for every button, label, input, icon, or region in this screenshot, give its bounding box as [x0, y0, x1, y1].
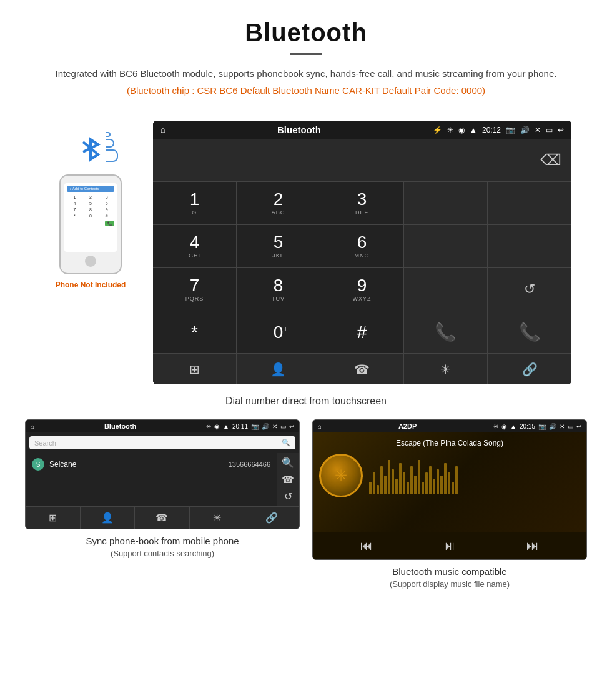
screen-icon[interactable]: ▭: [546, 126, 553, 134]
phone-screen: + Add to Contacts 1 2 3 4 5 6 7 8 9 * 0 …: [64, 183, 117, 252]
viz-bar: [377, 485, 379, 494]
pb-home-icon[interactable]: ⌂: [31, 423, 34, 430]
title-divider: [290, 53, 322, 55]
pb-nav-dialpad[interactable]: ⊞: [26, 507, 81, 529]
status-right: ⚡ ✳ ◉ ▲ 20:12 📷 🔊 ✕ ▭ ↩: [433, 126, 564, 134]
prev-button[interactable]: ⏮: [360, 539, 373, 553]
phone-call-row: 📞: [67, 221, 114, 226]
dial-6: 6: [99, 201, 114, 206]
pb-contact-letter: S: [32, 458, 44, 471]
pb-volume-icon[interactable]: 🔊: [262, 423, 269, 430]
nav-contacts[interactable]: 👤: [237, 354, 320, 384]
pb-status-title: Bluetooth: [104, 422, 136, 430]
dial-key-hash[interactable]: #: [320, 311, 404, 354]
dial-empty-r2c5: [488, 225, 571, 268]
dial-key-6[interactable]: 6MNO: [320, 225, 404, 268]
dial-empty-r1c5: [488, 182, 571, 225]
bluetooth-icon: [77, 133, 104, 166]
wave-medium: [106, 139, 114, 148]
pb-status-right: ✳ ◉ ▲ 20:11 📷 🔊 ✕ ▭ ↩: [206, 423, 294, 430]
music-volume-icon[interactable]: 🔊: [549, 423, 556, 430]
pb-search-right-icon[interactable]: 🔍: [282, 457, 294, 469]
phone-home-button: [85, 256, 96, 267]
dial-7: 7: [67, 207, 82, 212]
dial-star: *: [67, 213, 82, 219]
music-screen-body: Escape (The Pina Colada Song) ✳: [313, 432, 586, 532]
bt-wrapper: [77, 133, 104, 168]
viz-bar: [425, 472, 428, 494]
viz-bar: [384, 476, 387, 494]
wave-small: [106, 132, 111, 137]
pb-screen-icon[interactable]: ▭: [280, 423, 286, 430]
home-icon[interactable]: ⌂: [160, 125, 165, 134]
music-camera-icon[interactable]: 📷: [538, 423, 546, 430]
dial-call-green-cell[interactable]: 📞: [404, 311, 488, 354]
signal-icon: ▲: [470, 126, 477, 134]
music-home-icon[interactable]: ⌂: [318, 423, 322, 430]
dial-5: 5: [83, 201, 99, 206]
music-bt-icon: ✳: [493, 423, 498, 430]
close-icon[interactable]: ✕: [535, 126, 541, 134]
status-title: Bluetooth: [277, 124, 321, 135]
pb-contact-info: S Seicane: [32, 458, 76, 471]
music-caption-sub: (Support display music file name): [390, 579, 510, 589]
volume-icon[interactable]: 🔊: [520, 126, 530, 134]
music-close-icon[interactable]: ✕: [560, 423, 565, 430]
pb-reload-right-icon[interactable]: ↺: [284, 491, 292, 502]
music-screen-icon[interactable]: ▭: [568, 423, 573, 430]
pb-signal-icon: ▲: [223, 423, 229, 430]
next-button[interactable]: ⏭: [526, 539, 539, 553]
delete-icon[interactable]: ⌫: [540, 151, 561, 169]
pb-camera-icon[interactable]: 📷: [251, 423, 259, 430]
music-back-icon[interactable]: ↩: [576, 423, 581, 430]
pb-contact-row[interactable]: S Seicane 13566664466: [26, 453, 277, 476]
dial-call-red-cell[interactable]: 📞: [488, 311, 571, 354]
pb-time: 20:11: [232, 423, 248, 430]
dial-reload-cell[interactable]: ↺: [488, 268, 571, 311]
viz-bar: [403, 472, 405, 494]
camera-icon[interactable]: 📷: [506, 126, 515, 134]
music-time: 20:15: [520, 423, 535, 430]
dial-key-0[interactable]: 0+: [237, 311, 320, 354]
subtitle: Integrated with BC6 Bluetooth module, su…: [37, 66, 575, 81]
music-controls: ⏮ ⏯ ⏭: [313, 532, 586, 559]
phonebook-block: ⌂ Bluetooth ✳ ◉ ▲ 20:11 📷 🔊 ✕ ▭ ↩ Search: [25, 419, 300, 589]
viz-bar: [455, 466, 458, 494]
dial-key-7[interactable]: 7PQRS: [153, 268, 237, 311]
nav-call[interactable]: ☎: [320, 354, 404, 384]
pb-search-bar[interactable]: Search 🔍: [29, 436, 295, 449]
pb-bt-icon: ✳: [206, 423, 211, 430]
dial-key-1[interactable]: 1⊙: [153, 182, 237, 225]
dial-key-star[interactable]: *: [153, 311, 237, 354]
play-pause-button[interactable]: ⏯: [443, 539, 456, 553]
pb-close-icon[interactable]: ✕: [272, 423, 277, 430]
pb-nav-call[interactable]: ☎: [135, 507, 190, 529]
dial-key-5[interactable]: 5JKL: [237, 225, 320, 268]
usb-icon: ⚡: [433, 126, 442, 134]
phone-mockup: + Add to Contacts 1 2 3 4 5 6 7 8 9 * 0 …: [59, 174, 122, 274]
viz-bar: [433, 479, 435, 494]
dial-key-9[interactable]: 9WXYZ: [320, 268, 404, 311]
dial-4: 4: [67, 201, 82, 206]
dial-key-3[interactable]: 3DEF: [320, 182, 404, 225]
nav-dialpad[interactable]: ⊞: [153, 354, 237, 384]
dial-caption: Dial number direct from touchscreen: [0, 396, 612, 407]
bt-specs: (Bluetooth chip : CSR BC6 Default Blueto…: [37, 85, 575, 96]
music-status-title: A2DP: [398, 422, 417, 430]
pb-nav-settings[interactable]: 🔗: [244, 507, 299, 529]
pb-call-right-icon[interactable]: ☎: [282, 474, 294, 486]
dial-key-2[interactable]: 2ABC: [237, 182, 320, 225]
music-signal-icon: ▲: [510, 423, 516, 430]
nav-bluetooth[interactable]: ✳: [404, 354, 488, 384]
pb-back-icon[interactable]: ↩: [289, 423, 294, 430]
nav-settings[interactable]: 🔗: [488, 354, 571, 384]
phonebook-caption: Sync phone-book from mobile phone: [86, 534, 239, 549]
dial-key-8[interactable]: 8TUV: [237, 268, 320, 311]
back-icon[interactable]: ↩: [558, 126, 564, 134]
viz-bar: [418, 460, 420, 494]
pb-contact-number: 13566664466: [229, 461, 270, 468]
dial-key-4[interactable]: 4GHI: [153, 225, 237, 268]
pb-nav-contacts[interactable]: 👤: [81, 507, 136, 529]
dial-1: 1: [67, 194, 82, 200]
pb-nav-bluetooth[interactable]: ✳: [190, 507, 245, 529]
